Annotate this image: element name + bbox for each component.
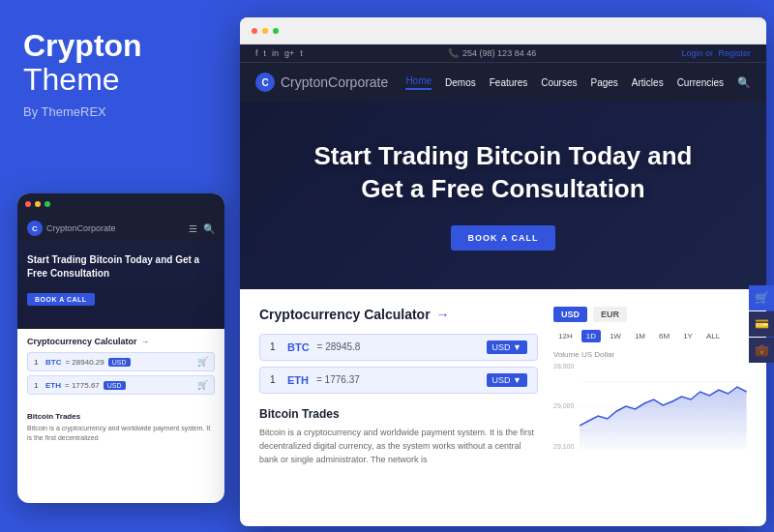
nav-demos[interactable]: Demos — [445, 77, 476, 88]
side-buttons: 🛒 💳 💼 — [749, 285, 774, 363]
dot-yellow — [35, 201, 41, 207]
browser-contact: 📞 254 (98) 123 84 46 — [448, 48, 536, 58]
mobile-logo-text: CryptonCorporate — [46, 223, 116, 233]
browser-hero-button[interactable]: BOOK A CALL — [451, 225, 556, 251]
time-tab-6m[interactable]: 6M — [654, 330, 674, 342]
time-tab-1y[interactable]: 1Y — [678, 330, 698, 342]
mobile-calc-row-btc: 1 BTC = 28940.29 USD 🛒 — [27, 352, 215, 371]
chart-label: Volume US Dollar — [553, 350, 747, 359]
nav-courses[interactable]: Courses — [541, 77, 577, 88]
currency-tab-group: USD EUR — [553, 307, 747, 322]
browser-eth-coin: ETH — [287, 374, 309, 386]
browser-calc-row-eth: 1 ETH = 1776.37 USD ▼ — [259, 367, 538, 394]
time-tab-all[interactable]: ALL — [701, 330, 725, 342]
linkedin-icon[interactable]: in — [272, 48, 279, 58]
browser-social-icons: f t in g+ t — [255, 48, 303, 58]
browser-chart-panel: USD EUR 12H 1D 1W 1M 6M 1Y ALL Volume US… — [553, 307, 747, 467]
browser-main: Cryptocurrency Calculator → 1 BTC = 2894… — [240, 289, 766, 485]
menu-icon: ☰ — [189, 223, 197, 234]
browser-btc-val: = 28945.8 — [317, 341, 361, 352]
browser-nav-main: C CryptonCorporate Home Demos Features C… — [240, 63, 766, 102]
browser-eth-num: 1 — [270, 374, 280, 385]
time-tab-1m[interactable]: 1M — [630, 330, 650, 342]
twitter-icon[interactable]: t — [264, 48, 267, 58]
googleplus-icon[interactable]: g+ — [284, 48, 294, 58]
phone-icon: 📞 — [448, 48, 459, 58]
time-tab-1w[interactable]: 1W — [605, 330, 626, 342]
browser-btc-coin: BTC — [287, 341, 310, 353]
y-label-mid: 29,000 — [553, 402, 574, 409]
y-label-high: 29,100 — [553, 443, 574, 450]
eth-amount: 1 — [34, 381, 42, 390]
chart-y-axis: 29,100 29,000 28,900 — [553, 363, 576, 450]
nav-currencies[interactable]: Currencies — [677, 77, 724, 88]
mobile-calculator: Cryptocurrency Calculator → 1 BTC = 2894… — [17, 329, 224, 406]
side-btn-card[interactable]: 💳 — [749, 311, 774, 337]
currency-tab-usd[interactable]: USD — [553, 307, 587, 322]
browser-btc-num: 1 — [270, 341, 280, 352]
btc-coin: BTC — [45, 358, 61, 367]
browser-bitcoin-section: Bitcoin Trades Bitcoin is a cryptocurren… — [259, 407, 538, 467]
browser-mockup: f t in g+ t 📞 254 (98) 123 84 46 Login o… — [240, 17, 766, 526]
nav-articles[interactable]: Articles — [632, 77, 664, 88]
nav-pages[interactable]: Pages — [590, 77, 617, 88]
eth-equals: = 1775.67 — [65, 381, 100, 390]
facebook-icon[interactable]: f — [255, 48, 258, 58]
browser-left-content: Cryptocurrency Calculator → 1 BTC = 2894… — [259, 307, 538, 467]
brand-subtitle: Theme — [23, 63, 209, 97]
nav-home[interactable]: Home — [405, 75, 432, 90]
browser-topbar — [240, 17, 766, 44]
browser-bitcoin-title: Bitcoin Trades — [259, 407, 538, 421]
mobile-hero-title: Start Trading Bitcoin Today and Get a Fr… — [27, 253, 215, 281]
browser-search-icon[interactable]: 🔍 — [737, 76, 751, 89]
mobile-hero: Start Trading Bitcoin Today and Get a Fr… — [17, 242, 224, 329]
dot-green — [45, 201, 50, 207]
mobile-mockup: C CryptonCorporate ☰ 🔍 Start Trading Bit… — [17, 193, 224, 503]
mobile-cta-button[interactable]: BOOK A CALL — [27, 293, 95, 306]
browser-dot-red — [252, 28, 257, 34]
browser-nav: f t in g+ t 📞 254 (98) 123 84 46 Login o… — [240, 44, 766, 102]
chart-wrapper: 29,100 29,000 28,900 — [553, 363, 747, 450]
mobile-logo: C CryptonCorporate — [27, 221, 116, 236]
cart-icon: 🛒 — [197, 357, 208, 367]
browser-eth-val: = 1776.37 — [316, 374, 360, 385]
brand-title: Crypton — [23, 29, 209, 63]
eth-coin: ETH — [45, 381, 61, 390]
browser-calc-title: Cryptocurrency Calculator → — [259, 307, 538, 322]
browser-btc-currency[interactable]: USD ▼ — [487, 340, 527, 354]
chart-area — [580, 363, 747, 450]
mobile-bitcoin-section: Bitcoin Trades Bitcoin is a cryptocurren… — [17, 406, 224, 449]
browser-dot-yellow — [262, 28, 268, 34]
browser-hero: Start Trading Bitcoin Today andGet a Fre… — [240, 102, 766, 289]
btc-equals: = 28940.29 — [65, 358, 104, 367]
left-panel: Crypton Theme By ThemeREX C CryptonCorpo… — [0, 0, 232, 532]
y-label-low: 28,900 — [553, 363, 574, 369]
side-btn-wallet[interactable]: 💼 — [749, 338, 774, 363]
browser-calc-row-btc: 1 BTC = 28945.8 USD ▼ — [259, 334, 538, 361]
side-btn-cart[interactable]: 🛒 — [749, 285, 774, 310]
browser-logo: C CryptonCorporate — [255, 73, 388, 92]
mobile-logo-icon: C — [27, 221, 43, 236]
mobile-nav: C CryptonCorporate ☰ 🔍 — [17, 215, 224, 242]
mobile-calc-title: Cryptocurrency Calculator → — [27, 337, 215, 346]
browser-logo-icon: C — [255, 73, 275, 92]
brand-by: By ThemeREX — [23, 104, 209, 119]
btc-amount: 1 — [34, 358, 42, 367]
mobile-bitcoin-title: Bitcoin Trades — [27, 412, 215, 421]
browser-eth-currency[interactable]: USD ▼ — [487, 373, 527, 387]
browser-login: Login or Register — [681, 48, 751, 58]
eth-cart-icon: 🛒 — [197, 380, 208, 390]
browser-bitcoin-text: Bitcoin is a cryptocurrency and worldwid… — [259, 426, 538, 467]
mobile-bitcoin-text: Bitcoin is a cryptocurrency and worldwid… — [27, 424, 215, 443]
browser-logo-text: CryptonCorporate — [281, 74, 388, 90]
tumblr-icon[interactable]: t — [300, 48, 303, 58]
btc-currency: USD — [108, 358, 131, 367]
search-icon: 🔍 — [203, 223, 215, 234]
browser-nav-top: f t in g+ t 📞 254 (98) 123 84 46 Login o… — [240, 44, 766, 63]
currency-tab-eur[interactable]: EUR — [593, 307, 627, 322]
time-tab-1d[interactable]: 1D — [581, 330, 601, 342]
calc-arrow-icon: → — [141, 337, 150, 346]
time-tab-12h[interactable]: 12H — [553, 330, 578, 342]
browser-nav-links: Home Demos Features Courses Pages Articl… — [405, 75, 751, 90]
nav-features[interactable]: Features — [490, 77, 527, 88]
